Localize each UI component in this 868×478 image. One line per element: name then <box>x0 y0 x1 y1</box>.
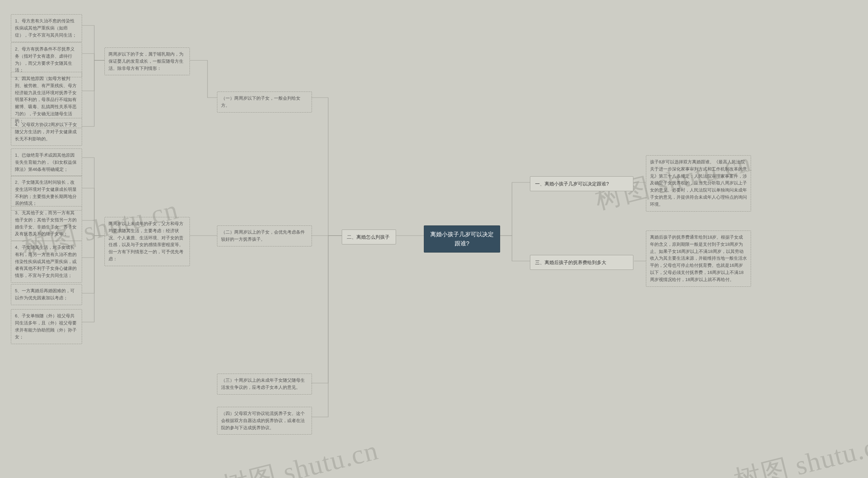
leaf-r1: 孩子8岁可以选择双方离婚跟谁。《最高人民法院关于进一步深化家事审判方式和工作机制… <box>646 155 751 212</box>
s2-c5: 5、一方离婚后再婚困难的，可以作为优先因素加以考虑； <box>11 284 82 305</box>
leaf-r3: 离婚后孩子的抚养费通常给到18岁。根据子女成年的含义，原则期限一般是支付到子女1… <box>646 231 751 287</box>
root-node[interactable]: 离婚小孩子几岁可以决定跟谁? <box>424 225 500 253</box>
s2-c1: 1、已做绝育手术或因其他原因丧失生育能力的，《妇女权益保障法》第46条有明确规定… <box>11 148 82 176</box>
branch-l2[interactable]: 二、离婚怎么判孩子 <box>342 230 396 244</box>
s2-c6: 6、子女单独随（外）祖父母共同生活多年，且（外）祖父母要求并有能力协助照顾（外）… <box>11 309 82 344</box>
s2-c2: 2、子女随其生活时间较长，改变生活环境对子女健康成长明显不利的；主要指夫妻长期两… <box>11 176 82 211</box>
sub-s2[interactable]: （二）两周岁以上的子女，会优先考虑条件较好的一方抚养孩子。 <box>217 225 312 246</box>
watermark: 树图 shutu.cn <box>730 425 868 478</box>
s1-c1: 1、母方患有久治不愈的传染性疾病或其他严重疾病（如癌症），子女不宜与其共同生活； <box>11 14 82 42</box>
watermark: 树图 shutu.cn <box>218 432 382 478</box>
s1-c4: 4、父母双方协议2周岁以下子女随父方生活的，并对子女健康成长无不利影响的。 <box>11 118 82 146</box>
sub-s4[interactable]: （四）父母双方可协议轮流抚养子女。这个会根据双方自愿达成的抚养协议，或者在法院的… <box>217 407 312 435</box>
sub-s1[interactable]: （一）两周岁以下的子女，一般会判给女方。 <box>217 92 312 113</box>
s2-c3: 3、无其他子女，而另一方有其他子女的；其他子女指另一方的婚生子女、非婚生子女、养… <box>11 206 82 241</box>
sub-s3[interactable]: （三）十周岁以上的未成年子女随父随母生活发生争议的，应考虑子女本人的意见。 <box>217 374 312 395</box>
s2-c4: 4、子女随其生活，对子女成长有利，而另一方患有久治不愈的传染性疾病或其他严重疾病… <box>11 241 82 283</box>
branch-r3[interactable]: 三、离婚后孩子的抚养费给到多大 <box>530 255 633 270</box>
branch-r1[interactable]: 一、离婚小孩子几岁可以决定跟谁? <box>530 176 633 191</box>
note-s1: 两周岁以下的子女，属于哺乳期内，为保证婴儿的发育成长，一般应随母方生活。除非母方… <box>104 47 190 75</box>
note-s2: 两周岁以上未成年的子女，父方和母方均要求随其生活，主要考虑：经济状况、个人素质、… <box>104 217 190 266</box>
